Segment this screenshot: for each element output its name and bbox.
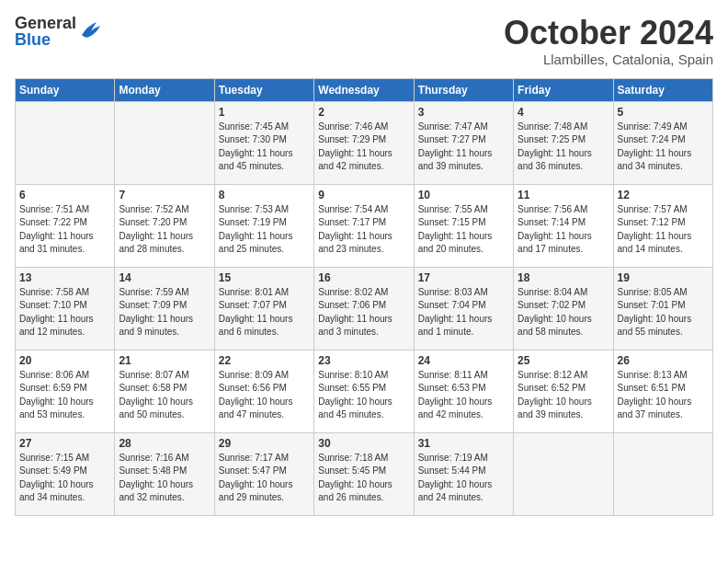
day-cell: 28Sunrise: 7:16 AM Sunset: 5:48 PM Dayli…	[115, 432, 214, 515]
day-number: 10	[418, 189, 509, 201]
day-number: 22	[219, 354, 310, 367]
day-info: Sunrise: 8:10 AM Sunset: 6:55 PM Dayligh…	[318, 369, 409, 422]
day-number: 30	[318, 437, 409, 450]
day-info: Sunrise: 8:07 AM Sunset: 6:58 PM Dayligh…	[119, 369, 210, 422]
calendar-table: Sunday Monday Tuesday Wednesday Thursday…	[15, 78, 713, 516]
day-info: Sunrise: 8:03 AM Sunset: 7:04 PM Dayligh…	[418, 286, 509, 339]
day-cell: 6Sunrise: 7:51 AM Sunset: 7:22 PM Daylig…	[16, 184, 115, 267]
day-info: Sunrise: 7:53 AM Sunset: 7:19 PM Dayligh…	[219, 203, 310, 257]
day-cell: 29Sunrise: 7:17 AM Sunset: 5:47 PM Dayli…	[214, 432, 313, 515]
day-cell: 25Sunrise: 8:12 AM Sunset: 6:52 PM Dayli…	[514, 350, 613, 432]
week-row-1: 1Sunrise: 7:45 AM Sunset: 7:30 PM Daylig…	[16, 101, 713, 184]
day-info: Sunrise: 7:59 AM Sunset: 7:09 PM Dayligh…	[119, 286, 210, 339]
day-number: 5	[618, 106, 709, 119]
day-info: Sunrise: 7:54 AM Sunset: 7:17 PM Dayligh…	[318, 203, 409, 257]
month-title: October 2024	[504, 15, 713, 52]
day-info: Sunrise: 7:47 AM Sunset: 7:27 PM Dayligh…	[418, 121, 509, 174]
day-cell: 13Sunrise: 7:58 AM Sunset: 7:10 PM Dayli…	[16, 267, 115, 350]
day-number: 9	[318, 189, 409, 201]
logo: General Blue	[15, 15, 104, 48]
day-cell	[514, 432, 613, 515]
header-row: Sunday Monday Tuesday Wednesday Thursday…	[16, 78, 713, 101]
header-saturday: Saturday	[613, 78, 712, 101]
day-cell	[613, 432, 712, 515]
day-info: Sunrise: 7:17 AM Sunset: 5:47 PM Dayligh…	[219, 452, 310, 505]
day-number: 21	[119, 354, 210, 367]
day-cell	[16, 101, 115, 184]
day-info: Sunrise: 8:01 AM Sunset: 7:07 PM Dayligh…	[219, 286, 310, 339]
day-info: Sunrise: 7:52 AM Sunset: 7:20 PM Dayligh…	[119, 203, 210, 257]
day-number: 11	[518, 189, 609, 201]
day-number: 18	[518, 271, 609, 284]
day-cell: 10Sunrise: 7:55 AM Sunset: 7:15 PM Dayli…	[414, 184, 513, 267]
page-header: General Blue October 2024 Llambilles, Ca…	[15, 15, 713, 67]
day-info: Sunrise: 7:51 AM Sunset: 7:22 PM Dayligh…	[19, 203, 110, 257]
week-row-5: 27Sunrise: 7:15 AM Sunset: 5:49 PM Dayli…	[16, 432, 713, 515]
day-info: Sunrise: 8:04 AM Sunset: 7:02 PM Dayligh…	[518, 286, 609, 339]
header-tuesday: Tuesday	[214, 78, 313, 101]
day-cell: 14Sunrise: 7:59 AM Sunset: 7:09 PM Dayli…	[115, 267, 214, 350]
day-cell: 17Sunrise: 8:03 AM Sunset: 7:04 PM Dayli…	[414, 267, 513, 350]
day-cell: 30Sunrise: 7:18 AM Sunset: 5:45 PM Dayli…	[314, 432, 414, 515]
day-info: Sunrise: 7:46 AM Sunset: 7:29 PM Dayligh…	[318, 121, 409, 174]
day-info: Sunrise: 8:09 AM Sunset: 6:56 PM Dayligh…	[219, 369, 310, 422]
logo-general: General	[15, 15, 76, 31]
day-number: 26	[618, 354, 709, 367]
day-cell: 26Sunrise: 8:13 AM Sunset: 6:51 PM Dayli…	[613, 350, 712, 432]
day-cell: 19Sunrise: 8:05 AM Sunset: 7:01 PM Dayli…	[613, 267, 712, 350]
logo-bird-icon	[78, 18, 104, 40]
day-cell: 16Sunrise: 8:02 AM Sunset: 7:06 PM Dayli…	[314, 267, 414, 350]
day-cell: 8Sunrise: 7:53 AM Sunset: 7:19 PM Daylig…	[214, 184, 313, 267]
day-info: Sunrise: 7:49 AM Sunset: 7:24 PM Dayligh…	[618, 121, 709, 174]
day-info: Sunrise: 7:55 AM Sunset: 7:15 PM Dayligh…	[418, 203, 509, 257]
day-cell: 11Sunrise: 7:56 AM Sunset: 7:14 PM Dayli…	[514, 184, 613, 267]
day-number: 6	[19, 189, 110, 201]
day-cell: 12Sunrise: 7:57 AM Sunset: 7:12 PM Dayli…	[613, 184, 712, 267]
header-wednesday: Wednesday	[314, 78, 414, 101]
day-number: 20	[19, 354, 110, 367]
day-number: 27	[19, 437, 110, 450]
day-info: Sunrise: 7:45 AM Sunset: 7:30 PM Dayligh…	[219, 121, 310, 174]
logo-text: General Blue	[15, 15, 76, 48]
day-cell: 24Sunrise: 8:11 AM Sunset: 6:53 PM Dayli…	[414, 350, 513, 432]
week-row-2: 6Sunrise: 7:51 AM Sunset: 7:22 PM Daylig…	[16, 184, 713, 267]
header-sunday: Sunday	[16, 78, 115, 101]
day-number: 23	[318, 354, 409, 367]
day-number: 28	[119, 437, 210, 450]
day-number: 24	[418, 354, 509, 367]
day-number: 3	[418, 106, 509, 119]
day-cell: 21Sunrise: 8:07 AM Sunset: 6:58 PM Dayli…	[115, 350, 214, 432]
location-title: Llambilles, Catalonia, Spain	[504, 52, 713, 67]
day-number: 7	[119, 189, 210, 201]
day-info: Sunrise: 7:18 AM Sunset: 5:45 PM Dayligh…	[318, 452, 409, 505]
day-info: Sunrise: 8:13 AM Sunset: 6:51 PM Dayligh…	[618, 369, 709, 422]
day-cell	[115, 101, 214, 184]
day-number: 25	[518, 354, 609, 367]
day-number: 14	[119, 271, 210, 284]
day-cell: 20Sunrise: 8:06 AM Sunset: 6:59 PM Dayli…	[16, 350, 115, 432]
day-number: 19	[618, 271, 709, 284]
day-cell: 3Sunrise: 7:47 AM Sunset: 7:27 PM Daylig…	[414, 101, 513, 184]
title-block: October 2024 Llambilles, Catalonia, Spai…	[504, 15, 713, 67]
day-number: 16	[318, 271, 409, 284]
day-number: 29	[219, 437, 310, 450]
week-row-4: 20Sunrise: 8:06 AM Sunset: 6:59 PM Dayli…	[16, 350, 713, 432]
day-info: Sunrise: 8:06 AM Sunset: 6:59 PM Dayligh…	[19, 369, 110, 422]
day-cell: 27Sunrise: 7:15 AM Sunset: 5:49 PM Dayli…	[16, 432, 115, 515]
day-info: Sunrise: 8:11 AM Sunset: 6:53 PM Dayligh…	[418, 369, 509, 422]
day-info: Sunrise: 8:05 AM Sunset: 7:01 PM Dayligh…	[618, 286, 709, 339]
day-info: Sunrise: 7:58 AM Sunset: 7:10 PM Dayligh…	[19, 286, 110, 339]
day-info: Sunrise: 8:02 AM Sunset: 7:06 PM Dayligh…	[318, 286, 409, 339]
day-number: 8	[219, 189, 310, 201]
day-info: Sunrise: 7:57 AM Sunset: 7:12 PM Dayligh…	[618, 203, 709, 257]
day-cell: 7Sunrise: 7:52 AM Sunset: 7:20 PM Daylig…	[115, 184, 214, 267]
day-info: Sunrise: 7:48 AM Sunset: 7:25 PM Dayligh…	[518, 121, 609, 174]
day-cell: 18Sunrise: 8:04 AM Sunset: 7:02 PM Dayli…	[514, 267, 613, 350]
week-row-3: 13Sunrise: 7:58 AM Sunset: 7:10 PM Dayli…	[16, 267, 713, 350]
calendar-header: Sunday Monday Tuesday Wednesday Thursday…	[16, 78, 713, 101]
day-info: Sunrise: 7:56 AM Sunset: 7:14 PM Dayligh…	[518, 203, 609, 257]
day-info: Sunrise: 8:12 AM Sunset: 6:52 PM Dayligh…	[518, 369, 609, 422]
day-info: Sunrise: 7:16 AM Sunset: 5:48 PM Dayligh…	[119, 452, 210, 505]
calendar-body: 1Sunrise: 7:45 AM Sunset: 7:30 PM Daylig…	[16, 101, 713, 515]
day-number: 12	[618, 189, 709, 201]
